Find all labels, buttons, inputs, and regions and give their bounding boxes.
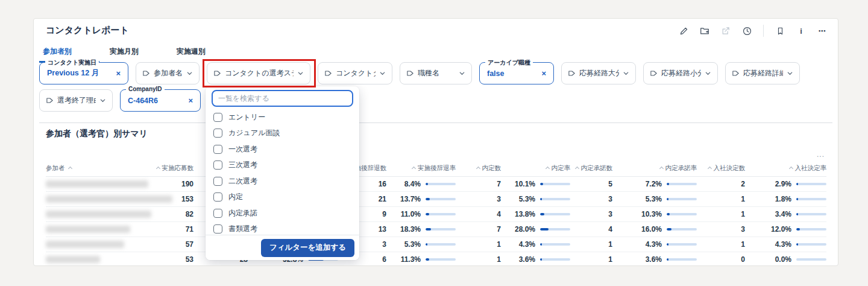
sort-caret-icon [545,167,549,171]
toolbar-divider [763,25,764,37]
column-header[interactable]: 参加者 [46,164,151,173]
column-header[interactable]: 内定数 [456,164,501,173]
clear-filter-icon[interactable]: × [541,69,546,78]
dropdown-option[interactable]: 二次選考 [206,173,359,189]
page-title: コンタクトレポート [46,25,129,36]
participant-name-redacted [46,195,151,203]
column-header[interactable]: 内定承諾数 [570,164,612,173]
checkbox-icon[interactable] [213,209,222,218]
report-toolbar: i ⋯ [678,25,828,37]
option-label: 一次選考 [228,144,257,154]
option-label: 書類選考 [228,224,257,234]
filter-chip-select[interactable]: コンタクトの選考ステップ [207,62,310,84]
column-header[interactable]: 入社決定率 [745,164,826,173]
filter-chip-label: コンタクト実施日 [45,59,99,67]
table-row: 190168.4%710.1%57.2%22.9% [46,177,826,192]
filter-chip-select[interactable]: 応募経路詳細 [725,62,800,84]
bookmark-icon[interactable] [774,25,786,37]
filter-chip-label: 参加者名 [154,68,183,78]
dropdown-option[interactable]: 内定承諾 [206,205,359,221]
rate-cell: 1.8% [745,195,826,203]
count-cell: 5 [570,180,612,188]
column-header[interactable]: 入社決定数 [697,164,745,173]
tab-2[interactable]: 実施月別 [106,44,166,63]
dropdown-option[interactable]: カジュアル面談 [206,126,359,142]
sort-caret-icon [788,167,793,171]
table-row: 532852.8%611.3%13.6%13.6%00.0% [46,252,826,266]
column-header[interactable]: 実施後辞退率 [386,164,456,173]
rate-cell: 18.3% [386,225,456,234]
redaction-blur [46,180,148,188]
count-cell: 1 [697,210,745,218]
column-header[interactable]: 内定承諾率 [612,164,697,173]
checkbox-icon[interactable] [213,160,222,170]
rate-cell: 4.3% [501,240,570,249]
tag-icon [46,97,54,104]
count-cell: 7 [456,225,501,234]
filter-chip-select[interactable]: 応募経路大分類 [561,62,636,84]
dropdown-search-input[interactable] [212,90,353,107]
chevron-down-icon [186,70,193,77]
count-cell: 1 [697,195,745,203]
clear-filter-icon[interactable]: × [188,96,193,105]
tab-3[interactable]: 実施週別 [173,44,233,63]
column-header[interactable]: 内定率 [501,164,570,173]
checkbox-icon[interactable] [213,177,222,186]
filter-dropdown: エントリーカジュアル面談一次選考三次選考二次選考内定内定承諾書類選考 フィルター… [206,86,359,260]
rate-cell: 7.2% [612,180,697,188]
filter-chip-label: 応募経路小分類 [661,68,701,78]
rate-bar [796,258,826,261]
dropdown-option[interactable]: エントリー [206,109,359,126]
more-icon[interactable]: ⋯ [816,25,828,37]
rate-cell: 8.4% [386,180,456,188]
option-label: 内定承諾 [228,208,257,218]
table-row: 1532113.7%35.3%35.3%11.8% [46,192,826,207]
filter-row-1: コンタクト実施日Previous 12 月×参加者名コンタクトの選考ステップコン… [39,62,800,84]
info-icon[interactable]: i [795,25,807,37]
chevron-down-icon [787,70,793,77]
redaction-blur [46,256,100,263]
sort-caret-icon [476,167,480,171]
tag-icon [732,69,740,77]
dropdown-option[interactable]: 一次選考 [206,141,359,157]
rate-bar [667,183,697,186]
filter-chip-label: コンタクトタイプ [336,68,376,78]
filter-chip-select[interactable]: 参加者名 [136,62,200,84]
filter-chip-select[interactable]: 職種名 [400,62,472,84]
edit-pencil-icon[interactable] [678,25,690,37]
checkbox-icon[interactable] [213,113,222,122]
filter-chip-active[interactable]: コンタクト実施日Previous 12 月× [39,62,128,84]
filter-chip-active[interactable]: CompanyIDC-464R6× [120,89,201,112]
filter-chip-select[interactable]: コンタクトタイプ [318,62,392,84]
rate-bar [796,228,826,231]
participant-name-redacted [46,226,151,233]
checkbox-icon[interactable] [213,129,222,138]
add-filter-button[interactable]: フィルターを追加する [261,239,354,257]
rate-bar [796,213,826,216]
count-cell: 82 [151,210,193,218]
rate-bar [540,213,570,216]
tag-icon [324,69,332,77]
table-more-options[interactable]: ... [817,150,825,159]
count-cell: 3 [570,195,612,203]
filter-chip-active[interactable]: アーカイブ職種false× [479,62,554,84]
column-header[interactable]: 実施応募数 [151,164,193,173]
rate-bar [667,228,697,231]
checkbox-icon[interactable] [213,145,222,154]
rate-bar [796,183,826,186]
schedule-clock-icon[interactable] [741,25,753,37]
clear-filter-icon[interactable]: × [116,69,121,78]
filter-chip-select[interactable]: 応募経路小分類 [643,62,718,84]
section-title: 参加者（選考官）別サマリ [46,129,148,139]
rate-cell: 11.3% [386,255,456,264]
rate-bar [426,198,456,201]
filter-chip-select[interactable]: 選考終了理由 [39,89,113,112]
dropdown-option[interactable]: 三次選考 [206,157,359,174]
checkbox-icon[interactable] [213,224,222,234]
rate-cell: 0.0% [745,255,826,264]
add-to-folder-icon[interactable] [699,25,711,37]
filter-chip-label: アーカイブ職種 [485,59,533,67]
sort-caret-icon [574,167,579,171]
dropdown-option[interactable]: 内定 [206,189,359,206]
checkbox-icon[interactable] [213,192,222,202]
